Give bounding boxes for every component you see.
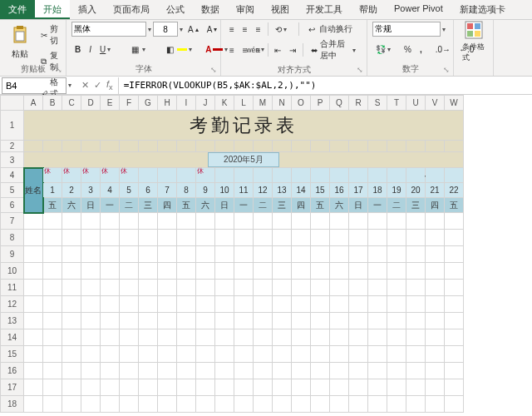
weekday-header[interactable]: 六 <box>330 198 349 213</box>
cell[interactable] <box>177 263 196 280</box>
cell[interactable] <box>158 363 177 379</box>
cell[interactable] <box>62 141 81 152</box>
row-header[interactable]: 12 <box>1 296 24 313</box>
cell[interactable] <box>426 379 445 396</box>
cell[interactable] <box>215 280 234 296</box>
cell[interactable] <box>62 396 81 413</box>
cell[interactable] <box>196 296 215 313</box>
number-format-combo[interactable] <box>372 22 441 37</box>
col-header[interactable]: E <box>101 96 120 111</box>
cell[interactable] <box>24 263 43 280</box>
cell[interactable] <box>368 263 387 280</box>
day-header[interactable]: 20 <box>406 183 426 198</box>
cell[interactable] <box>101 346 120 363</box>
cell[interactable] <box>445 141 464 152</box>
cell[interactable] <box>139 379 158 396</box>
cell[interactable] <box>406 263 426 280</box>
day-header[interactable]: 19 <box>387 183 406 198</box>
cell[interactable] <box>330 396 349 413</box>
fx-icon[interactable]: fx <box>106 79 113 92</box>
day-header[interactable]: 10 <box>215 183 234 198</box>
increase-indent-button[interactable]: ⇥ <box>286 44 299 57</box>
cell[interactable] <box>158 263 177 280</box>
cell[interactable] <box>158 396 177 413</box>
cell[interactable] <box>81 280 101 296</box>
cell[interactable] <box>406 329 426 346</box>
cell[interactable] <box>349 329 368 346</box>
cell[interactable] <box>254 246 273 263</box>
day-header[interactable]: 4 <box>101 183 120 198</box>
row-header[interactable]: 3 <box>1 152 24 168</box>
cell[interactable] <box>101 313 120 329</box>
cell[interactable] <box>24 280 43 296</box>
cell[interactable] <box>368 230 387 246</box>
cell[interactable] <box>139 313 158 329</box>
tab-developer[interactable]: 开发工具 <box>298 0 351 19</box>
cell[interactable] <box>43 246 62 263</box>
cell[interactable] <box>273 329 292 346</box>
cell[interactable] <box>330 296 349 313</box>
cell[interactable] <box>24 346 43 363</box>
cell[interactable] <box>406 213 426 230</box>
chevron-down-icon[interactable]: ▾ <box>442 26 448 33</box>
cell[interactable] <box>139 263 158 280</box>
cell[interactable] <box>311 396 330 413</box>
cell[interactable] <box>215 141 234 152</box>
cell[interactable] <box>445 346 464 363</box>
cell[interactable] <box>177 213 196 230</box>
day-header[interactable]: 6 <box>139 183 158 198</box>
cell[interactable] <box>330 246 349 263</box>
cell[interactable] <box>196 280 215 296</box>
cell[interactable] <box>445 313 464 329</box>
underline-button[interactable]: U▾ <box>96 43 119 56</box>
cell[interactable] <box>81 213 101 230</box>
name-header[interactable]: 姓名 <box>24 168 43 213</box>
cell[interactable] <box>139 141 158 152</box>
cell[interactable] <box>24 296 43 313</box>
weekday-header[interactable]: 五 <box>177 198 196 213</box>
currency-button[interactable]: 💱▾ <box>372 43 399 56</box>
tab-formulas[interactable]: 公式 <box>158 0 193 19</box>
cell[interactable] <box>158 379 177 396</box>
cell[interactable] <box>215 329 234 346</box>
cell[interactable] <box>426 168 445 183</box>
col-header[interactable]: K <box>215 96 234 111</box>
cell[interactable] <box>426 263 445 280</box>
cell[interactable] <box>81 246 101 263</box>
cell[interactable] <box>62 296 81 313</box>
row-header[interactable]: 4 <box>1 168 24 183</box>
cell[interactable] <box>101 396 120 413</box>
cell[interactable] <box>81 379 101 396</box>
weekday-header[interactable]: 五 <box>43 198 62 213</box>
day-header[interactable]: 11 <box>234 183 254 198</box>
tab-new[interactable]: 新建选项卡 <box>451 0 514 19</box>
cell[interactable] <box>292 363 311 379</box>
cell[interactable] <box>292 246 311 263</box>
cell[interactable] <box>139 280 158 296</box>
cell[interactable] <box>273 141 292 152</box>
cell[interactable] <box>177 379 196 396</box>
cell[interactable] <box>292 230 311 246</box>
cell[interactable] <box>273 168 292 183</box>
cell[interactable] <box>387 363 406 379</box>
cell[interactable] <box>196 230 215 246</box>
cell[interactable] <box>406 168 426 183</box>
cell[interactable] <box>43 396 62 413</box>
percent-button[interactable]: % <box>401 43 415 56</box>
font-dialog-launcher[interactable]: ⤡ <box>210 66 219 74</box>
cell[interactable] <box>426 296 445 313</box>
cell[interactable] <box>234 379 254 396</box>
cell[interactable] <box>387 346 406 363</box>
cell[interactable] <box>254 141 273 152</box>
cell[interactable] <box>368 280 387 296</box>
cell[interactable] <box>139 168 158 183</box>
cell[interactable] <box>387 280 406 296</box>
weekday-header[interactable]: 一 <box>368 198 387 213</box>
cell[interactable] <box>445 296 464 313</box>
cell[interactable] <box>292 168 311 183</box>
row-header[interactable]: 10 <box>1 263 24 280</box>
cell[interactable] <box>120 263 139 280</box>
cell[interactable]: 休 <box>120 168 139 183</box>
align-center-button[interactable]: ≡ <box>239 44 251 57</box>
cell[interactable] <box>234 230 254 246</box>
